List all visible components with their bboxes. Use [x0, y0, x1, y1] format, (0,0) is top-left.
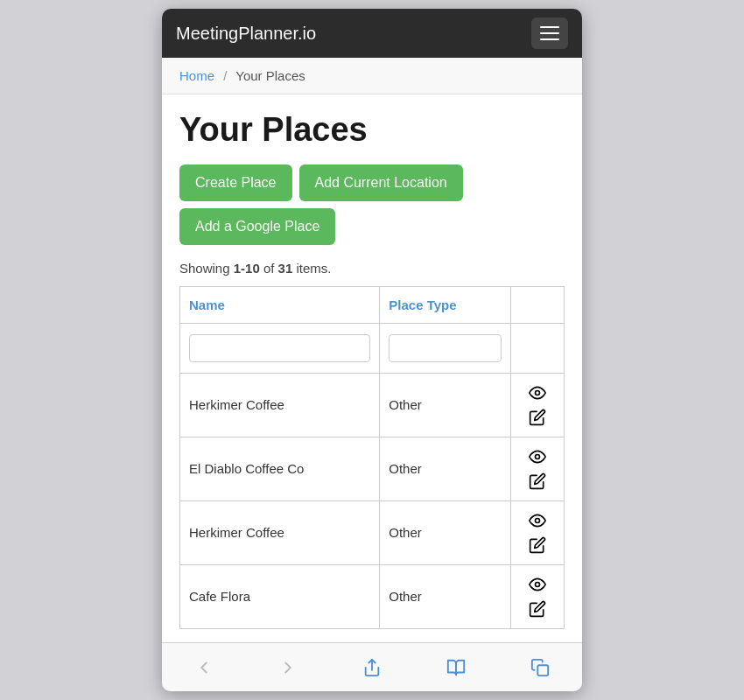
actions-cell	[520, 446, 555, 492]
copy-icon	[530, 658, 550, 677]
actions-cell	[520, 382, 555, 428]
filter-name-cell	[180, 323, 380, 373]
cell-actions	[510, 564, 564, 628]
breadcrumb-current: Your Places	[235, 68, 305, 83]
tabs-button[interactable]	[518, 651, 562, 684]
edit-button[interactable]	[527, 471, 548, 492]
table-row: Herkimer CoffeeOther	[180, 500, 565, 564]
cell-place-type: Other	[380, 564, 510, 628]
breadcrumb: Home / Your Places	[162, 58, 582, 94]
view-button[interactable]	[527, 510, 548, 531]
filter-type-input[interactable]	[389, 334, 501, 362]
eye-icon	[529, 384, 546, 402]
cell-actions	[510, 437, 564, 500]
eye-icon	[529, 448, 546, 466]
eye-icon	[529, 576, 546, 593]
cell-place-type: Other	[380, 500, 510, 564]
filter-actions-cell	[510, 323, 564, 373]
col-header-name: Name	[180, 286, 380, 323]
pencil-icon	[529, 472, 546, 490]
create-place-button[interactable]: Create Place	[179, 164, 292, 201]
places-table: Name Place Type Herki	[179, 286, 565, 629]
breadcrumb-home-link[interactable]: Home	[179, 68, 214, 83]
phone-frame: MeetingPlanner.io Home / Your Places You…	[162, 9, 582, 691]
table-filter-row	[180, 323, 565, 373]
chevron-left-icon	[194, 658, 214, 677]
svg-point-1	[535, 454, 539, 458]
edit-button[interactable]	[527, 535, 548, 556]
action-buttons-row1: Create Place Add Current Location	[179, 164, 565, 201]
view-button[interactable]	[527, 382, 548, 403]
svg-point-0	[535, 390, 539, 395]
pencil-icon	[529, 600, 546, 618]
cell-place-name: Herkimer Coffee	[180, 500, 380, 564]
eye-icon	[529, 512, 546, 529]
edit-button[interactable]	[527, 407, 548, 428]
book-icon	[446, 658, 466, 677]
cell-place-name: Cafe Flora	[180, 564, 380, 628]
action-buttons-row2: Add a Google Place	[179, 208, 565, 245]
cell-actions	[510, 500, 564, 564]
main-content: Your Places Create Place Add Current Loc…	[162, 94, 582, 638]
filter-type-cell	[380, 323, 510, 373]
nav-bar: MeetingPlanner.io	[162, 9, 582, 58]
hamburger-line-1	[540, 26, 559, 28]
actions-cell	[520, 510, 555, 556]
forward-button[interactable]	[266, 651, 310, 684]
bookmarks-button[interactable]	[434, 651, 478, 684]
cell-place-type: Other	[380, 437, 510, 500]
pencil-icon	[529, 536, 546, 554]
col-header-actions	[510, 286, 564, 323]
app-title: MeetingPlanner.io	[176, 24, 316, 44]
view-button[interactable]	[527, 446, 548, 467]
breadcrumb-separator: /	[223, 68, 227, 83]
showing-range: 1-10	[234, 261, 260, 276]
share-icon	[362, 658, 382, 677]
cell-place-type: Other	[380, 373, 510, 437]
content-area: Home / Your Places Your Places Create Pl…	[162, 58, 582, 642]
table-row: El Diablo Coffee CoOther	[180, 437, 565, 500]
col-header-place-type: Place Type	[380, 286, 510, 323]
page-title: Your Places	[179, 112, 565, 149]
svg-point-3	[535, 582, 539, 586]
filter-name-input[interactable]	[189, 334, 370, 362]
share-button[interactable]	[350, 651, 394, 684]
table-row: Cafe FloraOther	[180, 564, 565, 628]
showing-text: Showing 1-10 of 31 items.	[179, 261, 565, 276]
chevron-right-icon	[278, 658, 298, 677]
view-button[interactable]	[527, 574, 548, 595]
cell-place-name: Herkimer Coffee	[180, 373, 380, 437]
add-google-place-button[interactable]: Add a Google Place	[179, 208, 335, 245]
pencil-icon	[529, 409, 546, 426]
add-current-location-button[interactable]: Add Current Location	[299, 164, 463, 201]
showing-of: of	[260, 261, 278, 276]
actions-cell	[520, 574, 555, 620]
table-header-row: Name Place Type	[180, 286, 565, 323]
showing-suffix: items.	[292, 261, 331, 276]
hamburger-line-2	[540, 32, 559, 34]
hamburger-line-3	[540, 38, 559, 40]
cell-actions	[510, 373, 564, 437]
hamburger-button[interactable]	[531, 18, 568, 49]
svg-point-2	[535, 518, 539, 522]
cell-place-name: El Diablo Coffee Co	[180, 437, 380, 500]
svg-rect-5	[537, 665, 548, 676]
showing-prefix: Showing	[179, 261, 234, 276]
back-button[interactable]	[182, 651, 226, 684]
bottom-toolbar	[162, 642, 582, 691]
edit-button[interactable]	[527, 598, 548, 620]
showing-total: 31	[278, 261, 293, 276]
table-row: Herkimer CoffeeOther	[180, 373, 565, 437]
